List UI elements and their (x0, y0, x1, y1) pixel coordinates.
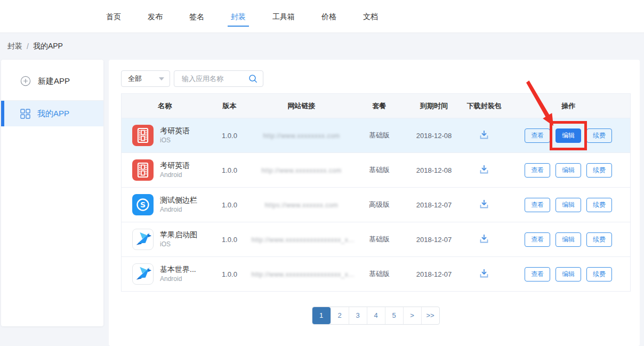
app-icon-bird (132, 263, 154, 285)
column-header: 版本 (208, 94, 251, 118)
main-panel: 全部 名称版本网站链接套餐到期时间下载封装包操作 考研英语iOS1.0.0htt… (109, 60, 640, 346)
app-expiry: 2018-12-07 (407, 257, 462, 292)
app-version: 1.0.0 (208, 188, 251, 222)
app-table: 名称版本网站链接套餐到期时间下载封装包操作 考研英语iOS1.0.0http:/… (121, 93, 631, 292)
renew-button[interactable]: 续费 (586, 128, 612, 143)
nav-item[interactable]: 发布 (148, 0, 163, 33)
website-link-blurred: http://www.xxxxxxxxx.com (261, 167, 342, 174)
grid-icon (20, 109, 30, 119)
app-plan: 基础版 (352, 222, 407, 257)
pagination-page-2[interactable]: 2 (331, 307, 349, 324)
edit-button[interactable]: 编辑 (556, 128, 581, 143)
toolbar: 全部 (121, 70, 640, 87)
pagination-page-3[interactable]: 3 (349, 307, 367, 324)
breadcrumb-section[interactable]: 封装 (7, 42, 22, 51)
download-icon[interactable] (478, 198, 490, 210)
app-name: 苹果启动图 (160, 230, 197, 239)
renew-button[interactable]: 续费 (586, 163, 612, 178)
app-icon-s: S (132, 194, 154, 215)
renew-button[interactable]: 续费 (586, 198, 612, 212)
app-version: 1.0.0 (208, 257, 251, 292)
edit-button[interactable]: 编辑 (556, 267, 581, 281)
column-header: 操作 (507, 94, 631, 118)
nav-item[interactable]: 封装 (231, 0, 246, 33)
app-name: 测试侧边栏 (160, 196, 197, 205)
app-expiry: 2018-12-08 (407, 118, 462, 153)
breadcrumb-separator: / (27, 42, 29, 51)
view-button[interactable]: 查看 (525, 232, 550, 247)
column-header: 套餐 (352, 94, 407, 118)
download-icon[interactable] (478, 164, 490, 175)
website-link-blurred: http://www.xxxxxxxxxxxxxxxx_x... (252, 271, 355, 278)
table-row: S测试侧边栏Android1.0.0https://www.xxxxxx.com… (122, 188, 631, 222)
app-expiry: 2018-12-07 (407, 188, 462, 222)
nav-item[interactable]: 文档 (363, 0, 378, 33)
app-plan: 高级版 (352, 188, 407, 222)
view-button[interactable]: 查看 (525, 128, 550, 143)
app-plan: 基础版 (352, 257, 407, 292)
table-header-row: 名称版本网站链接套餐到期时间下载封装包操作 (122, 94, 631, 118)
app-icon-film (132, 125, 154, 146)
app-expiry: 2018-12-08 (407, 153, 462, 188)
app-platform: Android (160, 206, 197, 214)
app-platform: Android (160, 171, 190, 179)
edit-button[interactable]: 编辑 (556, 198, 581, 212)
sidebar-item-new-app[interactable]: 新建APP (1, 68, 103, 94)
search-box (174, 70, 263, 87)
app-expiry: 2018-12-07 (407, 222, 462, 257)
view-button[interactable]: 查看 (525, 163, 550, 178)
filter-select[interactable]: 全部 (121, 70, 170, 87)
app-version: 1.0.0 (208, 118, 251, 153)
pagination: 12345>>> (121, 307, 630, 325)
edit-button[interactable]: 编辑 (556, 163, 581, 178)
table-row: 考研英语Android1.0.0http://www.xxxxxxxxx.com… (122, 153, 631, 188)
table-row: 苹果启动图iOS1.0.0http://www.xxxxxxxxxxxxxxxx… (122, 222, 631, 257)
search-input[interactable] (181, 74, 248, 83)
nav-item[interactable]: 价格 (321, 0, 336, 33)
app-name: 考研英语 (160, 126, 190, 135)
app-platform: iOS (160, 240, 197, 248)
view-button[interactable]: 查看 (525, 267, 550, 281)
pagination-page-5[interactable]: 5 (385, 307, 403, 324)
pagination-page-1[interactable]: 1 (312, 307, 331, 324)
download-icon[interactable] (478, 268, 490, 279)
app-name: 基本世界... (160, 265, 196, 274)
renew-button[interactable]: 续费 (586, 232, 612, 247)
download-icon[interactable] (478, 233, 490, 245)
chevron-down-icon (159, 77, 164, 81)
column-header: 下载封装包 (462, 94, 507, 118)
search-icon[interactable] (248, 74, 257, 83)
sidebar-item-my-app[interactable]: 我的APP (1, 101, 103, 126)
app-icon-film (132, 159, 154, 181)
column-header: 名称 (122, 94, 208, 118)
renew-button[interactable]: 续费 (586, 267, 612, 281)
app-version: 1.0.0 (208, 153, 251, 188)
top-nav: 首页发布签名封装工具箱价格文档 (0, 0, 644, 33)
app-version: 1.0.0 (208, 222, 251, 257)
app-icon-bird (132, 229, 154, 250)
table-body: 考研英语iOS1.0.0http://www.xxxxxxxx.com基础版20… (122, 118, 631, 292)
pagination-last[interactable]: >> (421, 307, 439, 324)
nav-item[interactable]: 工具箱 (272, 0, 295, 33)
table-row: 考研英语iOS1.0.0http://www.xxxxxxxx.com基础版20… (122, 118, 631, 153)
nav-item[interactable]: 签名 (189, 0, 204, 33)
sidebar-item-label: 我的APP (37, 109, 69, 119)
download-icon[interactable] (478, 129, 490, 141)
website-link-blurred: https://www.xxxxxx.com (265, 202, 339, 209)
pagination-next[interactable]: > (403, 307, 421, 324)
column-header: 网站链接 (251, 94, 352, 118)
nav-item[interactable]: 首页 (106, 0, 121, 33)
pagination-page-4[interactable]: 4 (367, 307, 385, 324)
filter-select-value: 全部 (128, 74, 142, 84)
sidebar: 新建APP 我的APP (1, 60, 103, 326)
view-button[interactable]: 查看 (525, 198, 550, 212)
edit-button[interactable]: 编辑 (556, 232, 581, 247)
app-plan: 基础版 (352, 118, 407, 153)
app-platform: Android (160, 275, 196, 283)
app-plan: 基础版 (352, 153, 407, 188)
app-name: 考研英语 (160, 161, 190, 170)
breadcrumb: 封装 / 我的APP (0, 33, 63, 60)
breadcrumb-current: 我的APP (33, 42, 63, 51)
column-header: 到期时间 (407, 94, 462, 118)
website-link-blurred: http://www.xxxxxxxxxxxxxxxx_x... (252, 236, 355, 244)
